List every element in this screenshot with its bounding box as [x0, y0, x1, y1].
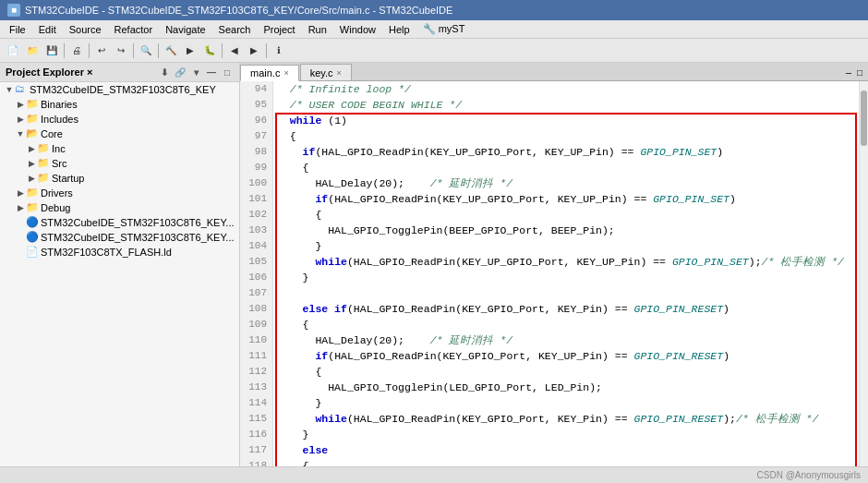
folder-icon-startup: 📁: [37, 172, 50, 185]
ln-110: 110: [246, 332, 267, 348]
menu-file[interactable]: File: [4, 23, 31, 36]
menu-project[interactable]: Project: [258, 23, 300, 36]
menu-help[interactable]: Help: [383, 23, 416, 36]
debug-button[interactable]: 🐛: [200, 42, 219, 60]
sidebar-item-binaries[interactable]: ▶ 📁 Binaries: [0, 97, 239, 112]
folder-icon-debug: 📁: [26, 201, 39, 214]
code-line-98: if(HAL_GPIO_ReadPin(KEY_UP_GPIO_Port, KE…: [277, 144, 855, 160]
sidebar-item-startup[interactable]: ▶ 📁 Startup: [0, 171, 239, 186]
tree-arrow-core: ▼: [15, 129, 26, 139]
sidebar-label-src: Src: [52, 158, 67, 169]
search-toolbar-button[interactable]: 🔍: [137, 42, 155, 60]
sidebar-item-drivers[interactable]: ▶ 📁 Drivers: [0, 186, 239, 200]
code-line-107: [277, 285, 855, 301]
code-line-108: else if(HAL_GPIO_ReadPin(KEY_GPIO_Port, …: [277, 301, 855, 317]
redo-button[interactable]: ↪: [112, 42, 130, 60]
menu-run[interactable]: Run: [303, 23, 332, 36]
sidebar-label-file3: STM32F103C8TX_FLASH.ld: [41, 247, 172, 258]
sidebar-label-root: STM32CubeIDE_STM32F103C8T6_KEY: [30, 84, 216, 95]
sidebar-item-debug[interactable]: ▶ 📁 Debug: [0, 200, 239, 215]
code-line-118: {: [277, 458, 855, 466]
ln-96: 96: [246, 113, 267, 128]
sidebar-label-core: Core: [41, 128, 63, 139]
menu-source[interactable]: Source: [64, 23, 107, 36]
sidebar-item-file1[interactable]: 🔵 STM32CubeIDE_STM32F103C8T6_KEY...: [0, 215, 239, 230]
code-line-114: }: [277, 395, 855, 411]
editor-maximize-icon[interactable]: □: [855, 66, 864, 80]
menu-refactor[interactable]: Refactor: [109, 23, 159, 36]
sidebar-title: Project Explorer ×: [6, 66, 92, 78]
tab-key-c-close[interactable]: ×: [337, 68, 342, 78]
watermark-text: CSDN @Anonymousgirls: [757, 470, 861, 480]
minimize-sidebar-icon[interactable]: —: [205, 66, 218, 78]
ln-112: 112: [246, 364, 267, 380]
scrollbar[interactable]: [859, 81, 868, 466]
sidebar-item-file2[interactable]: 🔵 STM32CubeIDE_STM32F103C8T6_KEY...: [0, 230, 239, 245]
collapse-all-icon[interactable]: ⬇: [158, 66, 171, 78]
title-bar: ■ STM32CubeIDE - STM32CubeIDE_STM32F103C…: [0, 0, 868, 20]
ln-109: 109: [246, 317, 267, 332]
run-button[interactable]: ▶: [181, 42, 199, 60]
sidebar-label-startup: Startup: [52, 173, 84, 184]
code-container: 94 95 96 97 98 99 100 101 102 103 104 10…: [240, 81, 868, 466]
folder-icon-src: 📁: [37, 157, 50, 170]
scrollbar-thumb[interactable]: [861, 91, 867, 146]
editor-minimize-icon[interactable]: —: [844, 66, 853, 80]
ln-95: 95: [246, 97, 267, 113]
file-icon-2: 🔵: [26, 231, 39, 244]
tab-main-c-close[interactable]: ×: [283, 68, 288, 78]
open-button[interactable]: 📁: [23, 42, 42, 60]
code-line-109: {: [277, 317, 855, 332]
sidebar-item-src[interactable]: ▶ 📁 Src: [0, 156, 239, 171]
app-window: ■ STM32CubeIDE - STM32CubeIDE_STM32F103C…: [0, 0, 868, 483]
file-icon-1: 🔵: [26, 216, 39, 229]
sidebar-item-root[interactable]: ▼ 🗂 STM32CubeIDE_STM32F103C8T6_KEY: [0, 82, 239, 97]
ln-105: 105: [246, 254, 267, 270]
undo-button[interactable]: ↩: [92, 42, 111, 60]
code-text: /* Infinite loop */ /* USER CODE BEGIN W…: [273, 81, 859, 466]
menu-window[interactable]: Window: [334, 23, 381, 36]
tab-key-c[interactable]: key.c ×: [300, 64, 352, 80]
code-line-106: }: [277, 270, 855, 285]
ln-94: 94: [246, 81, 267, 97]
toolbar: 📄 📁 💾 🖨 ↩ ↪ 🔍 🔨 ▶ 🐛 ◀ ▶ ℹ: [0, 39, 868, 63]
menu-myst[interactable]: 🔧 myST: [417, 22, 471, 36]
sidebar-item-inc[interactable]: ▶ 📁 Inc: [0, 141, 239, 156]
sidebar-label-binaries: Binaries: [41, 99, 78, 110]
maximize-sidebar-icon[interactable]: □: [221, 66, 234, 78]
ln-100: 100: [246, 175, 267, 191]
menu-navigate[interactable]: Navigate: [160, 23, 211, 36]
new-button[interactable]: 📄: [4, 42, 22, 60]
next-button[interactable]: ▶: [245, 42, 263, 60]
sidebar-item-core[interactable]: ▼ 📂 Core: [0, 127, 239, 141]
file-icon-3: 📄: [26, 246, 39, 259]
print-button[interactable]: 🖨: [67, 42, 86, 60]
ln-99: 99: [246, 160, 267, 175]
line-numbers: 94 95 96 97 98 99 100 101 102 103 104 10…: [240, 81, 273, 466]
sidebar-label-file1: STM32CubeIDE_STM32F103C8T6_KEY...: [41, 217, 235, 228]
sidebar-label-drivers: Drivers: [41, 187, 73, 199]
menu-edit[interactable]: Edit: [33, 23, 62, 36]
code-line-110: HAL_Delay(20); /* 延时消抖 */: [277, 332, 855, 348]
sidebar-menu-icon[interactable]: ▾: [189, 66, 202, 78]
build-button[interactable]: 🔨: [162, 42, 180, 60]
menu-search[interactable]: Search: [213, 23, 257, 36]
content-area: Project Explorer × ⬇ 🔗 ▾ — □ ▼ 🗂 STM32Cu…: [0, 63, 868, 466]
link-editor-icon[interactable]: 🔗: [174, 66, 187, 78]
info-button[interactable]: ℹ: [270, 42, 288, 60]
code-line-96: while (1): [277, 113, 855, 128]
ln-101: 101: [246, 191, 267, 207]
sidebar-item-includes[interactable]: ▶ 📁 Includes: [0, 112, 239, 127]
prev-button[interactable]: ◀: [225, 42, 244, 60]
ln-103: 103: [246, 223, 267, 238]
code-editor[interactable]: 94 95 96 97 98 99 100 101 102 103 104 10…: [240, 81, 868, 466]
sidebar-item-file3[interactable]: 📄 STM32F103C8TX_FLASH.ld: [0, 245, 239, 260]
code-line-94: /* Infinite loop */: [277, 81, 855, 97]
toolbar-separator-4: [158, 43, 159, 58]
tab-main-c[interactable]: main.c ×: [240, 65, 299, 81]
toolbar-separator-5: [222, 43, 223, 58]
ln-115: 115: [246, 411, 267, 427]
save-button[interactable]: 💾: [42, 42, 61, 60]
ln-113: 113: [246, 380, 267, 395]
code-line-116: }: [277, 427, 855, 442]
